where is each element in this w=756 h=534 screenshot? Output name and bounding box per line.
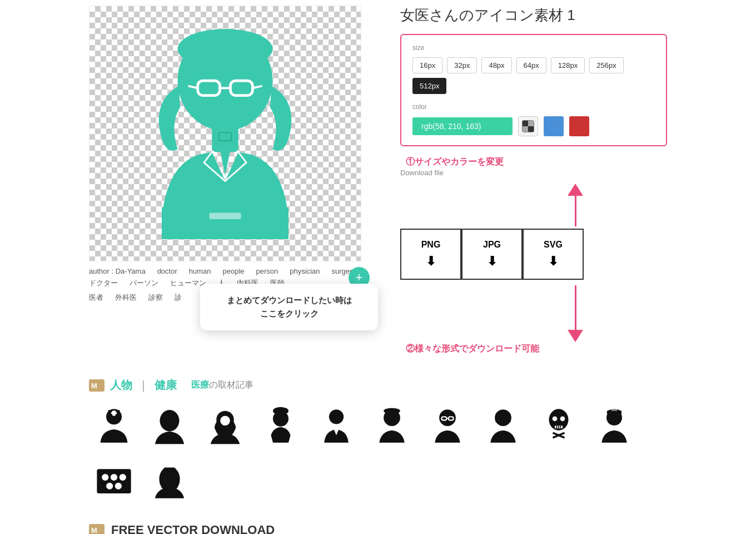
svg-label: SVG	[544, 240, 563, 250]
icon-item-formal[interactable]	[311, 400, 361, 451]
size-128[interactable]: 128px	[551, 57, 585, 73]
download-file-label: Download file	[400, 169, 667, 177]
svg-point-39	[553, 416, 558, 421]
size-buttons: 16px 32px 48px 64px 128px 256px 512px	[412, 57, 655, 94]
svg-point-40	[560, 416, 565, 421]
annotation-1-row: ①サイズやカラーを変更	[400, 157, 667, 166]
fvd-section: M FREE VECTOR DOWNLOAD SIMPLE ICONではillu…	[89, 523, 667, 534]
svg-rect-16	[528, 121, 534, 126]
tooltip-text: まとめてダウンロードしたい時はここをクリック	[227, 295, 352, 318]
tag-jp1[interactable]: ドクター	[89, 278, 118, 288]
svg-rect-13	[523, 121, 528, 126]
svg-rect-15	[523, 126, 528, 132]
tag-jp2[interactable]: パーソン	[130, 278, 158, 288]
section-favicon-icon: M	[89, 379, 105, 392]
size-32[interactable]: 32px	[447, 57, 477, 73]
tag-jp8[interactable]: 外科医	[115, 293, 137, 303]
svg-rect-23	[111, 412, 117, 414]
section-title-people: 人物	[110, 378, 132, 393]
icon-item-profile-left[interactable]	[145, 456, 195, 506]
jpg-label: JPG	[483, 240, 501, 250]
jpg-download-button[interactable]: JPG ⬇	[461, 229, 523, 280]
size-64[interactable]: 64px	[516, 57, 546, 73]
blue-swatch[interactable]	[544, 116, 564, 136]
icon-item-officer[interactable]	[589, 400, 639, 451]
color-label: color	[412, 103, 655, 111]
svg-point-26	[220, 416, 230, 426]
tag-doctor[interactable]: doctor	[157, 267, 177, 275]
section-sep: ｜	[138, 378, 149, 393]
annotation-1-text: ①サイズやカラーを変更	[406, 157, 504, 166]
fvd-favicon-icon: M	[89, 524, 105, 534]
download-buttons: PNG ⬇ JPG ⬇ SVG ⬇	[400, 229, 667, 280]
icon-item-male-bust[interactable]	[256, 400, 306, 451]
png-label: PNG	[421, 240, 441, 250]
size-512[interactable]: 512px	[412, 78, 446, 94]
svg-rect-49	[97, 469, 131, 493]
icon-item-glasses[interactable]	[422, 400, 472, 451]
tag-people[interactable]: people	[223, 267, 245, 275]
tag-physician[interactable]: physician	[290, 267, 320, 275]
icon-grid-people	[89, 400, 667, 506]
svg-point-50	[102, 474, 108, 481]
grayscale-icon[interactable]	[518, 116, 538, 136]
svg-point-52	[120, 474, 126, 481]
svg-rect-9	[219, 132, 232, 141]
section-title-health: 健康	[155, 378, 177, 393]
svg-rect-11	[210, 213, 241, 219]
tag-author[interactable]: author : Da-Yama	[89, 267, 146, 275]
page-title: 女医さんのアイコン素材 1	[400, 6, 667, 25]
size-256[interactable]: 256px	[589, 57, 623, 73]
icon-item-ninja[interactable]	[478, 400, 528, 451]
doctor-icon-preview	[120, 17, 331, 250]
svg-point-51	[111, 474, 117, 481]
svg-point-28	[273, 407, 289, 415]
download-icon-svg: ⬇	[548, 254, 558, 269]
tooltip-bubble: まとめてダウンロードしたい時はここをクリック	[200, 284, 378, 330]
tag-person[interactable]: person	[256, 267, 278, 275]
svg-point-6	[178, 29, 273, 69]
size-16[interactable]: 16px	[412, 57, 442, 73]
svg-text:M: M	[91, 526, 97, 534]
download-icon-jpg: ⬇	[487, 254, 497, 269]
svg-text:M: M	[91, 382, 97, 390]
tag-human[interactable]: human	[189, 267, 211, 275]
color-display[interactable]: rgb(58, 210, 163)	[412, 117, 513, 135]
color-row: rgb(58, 210, 163)	[412, 116, 655, 136]
svg-rect-10	[162, 207, 289, 239]
annotation-2-row: ②様々な形式でダウンロード可能	[400, 344, 667, 353]
arrow-up-1	[484, 184, 667, 226]
annotation-2-text: ②様々な形式でダウンロード可能	[406, 344, 539, 353]
tag-jp7[interactable]: 医者	[89, 293, 103, 303]
icon-item-nurse[interactable]	[89, 400, 139, 451]
icon-item-skull[interactable]	[534, 400, 584, 451]
section-title-medical: 医療の取材記事	[182, 379, 253, 391]
svg-point-31	[384, 408, 400, 414]
icon-item-hijab[interactable]	[200, 400, 250, 451]
svg-rect-14	[528, 126, 534, 132]
svg-point-24	[160, 410, 180, 432]
svg-point-29	[329, 409, 344, 424]
section-header-people: M 人物 ｜ 健康 医療の取材記事	[89, 378, 667, 393]
red-swatch[interactable]	[569, 116, 589, 136]
svg-download-button[interactable]: SVG ⬇	[523, 229, 584, 280]
tag-jp10[interactable]: 診	[175, 293, 182, 303]
fvd-header: M FREE VECTOR DOWNLOAD	[89, 523, 667, 534]
tag-jp9[interactable]: 診察	[148, 293, 163, 303]
option-box: size 16px 32px 48px 64px 128px 256px 512…	[400, 34, 667, 146]
arrow-down-area	[484, 285, 667, 342]
size-48[interactable]: 48px	[481, 57, 511, 73]
svg-rect-48	[611, 409, 618, 411]
icon-item-group[interactable]	[89, 456, 139, 506]
download-icon-png: ⬇	[426, 254, 436, 269]
icon-item-elderly[interactable]	[367, 400, 417, 451]
size-label: size	[412, 44, 655, 52]
png-download-button[interactable]: PNG ⬇	[400, 229, 461, 280]
icon-item-silhouette[interactable]	[145, 400, 195, 451]
svg-point-53	[106, 483, 113, 490]
fvd-title: FREE VECTOR DOWNLOAD	[111, 523, 275, 534]
svg-point-54	[115, 483, 122, 490]
